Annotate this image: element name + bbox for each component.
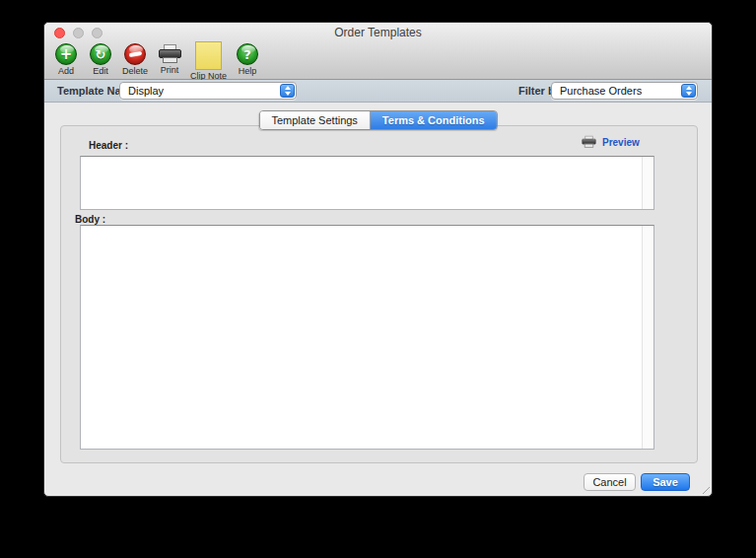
stepper-icon[interactable] (681, 84, 696, 98)
print-label: Print (161, 65, 179, 75)
header-textarea-frame (80, 156, 654, 210)
delete-icon (124, 43, 146, 65)
filter-bar: Template Name : Display Filter by : Purc… (44, 80, 712, 103)
body-scrollbar[interactable] (642, 226, 653, 449)
printer-icon (582, 136, 595, 148)
tab-bar: Template Settings Terms & Conditions (258, 110, 497, 130)
resize-grip[interactable] (697, 481, 710, 494)
print-button[interactable]: Print (156, 43, 183, 75)
tab-template-settings[interactable]: Template Settings (259, 111, 370, 129)
title-bar[interactable]: Order Templates (44, 23, 712, 42)
save-button[interactable]: Save (641, 473, 690, 491)
toolbar: + Add ↻ Edit Delete Print Clip Note (52, 43, 268, 81)
help-button[interactable]: ? Help (234, 43, 261, 76)
window-title: Order Templates (44, 23, 712, 43)
add-button[interactable]: + Add (52, 43, 80, 76)
filter-by-value: Purchase Orders (560, 85, 642, 97)
clip-note-button[interactable]: Clip Note (190, 43, 227, 81)
filter-by-select[interactable]: Purchase Orders (551, 82, 698, 100)
delete-label: Delete (122, 66, 148, 76)
help-icon: ? (237, 43, 258, 65)
order-templates-window: Order Templates + Add ↻ Edit Delete Prin… (43, 22, 713, 497)
edit-label: Edit (93, 66, 108, 76)
template-name-value: Display (128, 85, 164, 97)
terms-conditions-panel: Header : Preview Body : (60, 125, 698, 463)
zoom-button[interactable] (92, 28, 103, 38)
add-icon: + (55, 43, 77, 65)
preview-link[interactable]: Preview (582, 135, 640, 149)
edit-icon: ↻ (90, 43, 111, 65)
body-textarea-frame (80, 225, 654, 450)
edit-button[interactable]: ↻ Edit (87, 43, 114, 76)
header-label: Header : (89, 140, 128, 151)
window-controls (54, 28, 103, 38)
print-icon (159, 44, 181, 64)
body-textarea[interactable] (81, 226, 642, 449)
preview-label: Preview (602, 137, 640, 148)
header-textarea[interactable] (81, 157, 642, 209)
help-label: Help (239, 66, 257, 76)
cancel-button[interactable]: Cancel (584, 473, 636, 491)
window-chrome: Order Templates + Add ↻ Edit Delete Prin… (44, 23, 712, 80)
add-label: Add (58, 66, 74, 76)
delete-button[interactable]: Delete (121, 43, 149, 76)
template-name-select[interactable]: Display (119, 82, 297, 100)
header-scrollbar[interactable] (642, 157, 653, 209)
minimize-button[interactable] (73, 28, 84, 38)
close-button[interactable] (54, 28, 65, 38)
clip-note-icon (195, 41, 222, 70)
stepper-icon[interactable] (280, 84, 295, 98)
tab-terms-conditions[interactable]: Terms & Conditions (371, 111, 497, 129)
body-label: Body : (75, 214, 105, 225)
